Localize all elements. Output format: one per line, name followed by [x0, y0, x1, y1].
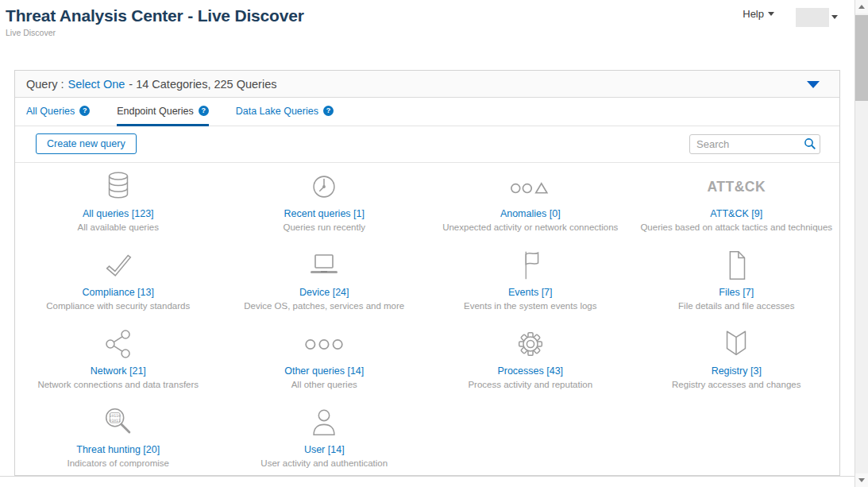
category-link[interactable]: Processes [43] [427, 365, 634, 377]
create-new-query-button[interactable]: Create new query [36, 133, 137, 154]
category-grid: All queries [123] All available queries … [15, 163, 839, 481]
query-panel: Query : Select One - 14 Categories, 225 … [14, 70, 840, 476]
category-description: Events in the system events logs [427, 301, 634, 311]
database-icon [15, 166, 222, 207]
tab-data-lake-queries[interactable]: Data Lake Queries ? [236, 98, 334, 126]
category-link[interactable]: Network [21] [15, 365, 222, 377]
category-description: All available queries [15, 222, 222, 232]
query-selector-header[interactable]: Query : Select One - 14 Categories, 225 … [15, 71, 839, 98]
category-link[interactable]: Registry [3] [634, 365, 840, 377]
tab-all-queries[interactable]: All Queries ? [26, 98, 90, 126]
category-description: File details and file accesses [634, 301, 840, 311]
tile-processes[interactable]: Processes [43] Process activity and repu… [427, 323, 634, 402]
user-icon [222, 402, 428, 443]
category-link[interactable]: Anomalies [0] [427, 208, 634, 219]
network-share-icon [15, 323, 222, 365]
clock-icon [222, 166, 428, 207]
category-description: Queries based on attack tactics and tech… [634, 222, 840, 232]
category-link[interactable]: ATT&CK [9] [634, 208, 840, 219]
category-description: Unexpected activity or network connectio… [427, 222, 634, 232]
breadcrumb: Live Discover [6, 28, 304, 37]
scroll-up-button[interactable] [855, 0, 868, 14]
tab-bar: All Queries ? Endpoint Queries ? Data La… [15, 98, 839, 126]
category-link[interactable]: Compliance [13] [15, 287, 222, 298]
search-icon[interactable] [804, 137, 816, 150]
help-icon[interactable]: ? [323, 106, 334, 116]
category-description: Network connections and data transfers [15, 380, 222, 389]
laptop-icon [222, 245, 428, 286]
category-description: Registry accesses and changes [634, 380, 840, 389]
tile-attack[interactable]: ATT&CK ATT&CK [9] Queries based on attac… [634, 166, 840, 245]
tab-endpoint-queries[interactable]: Endpoint Queries ? [117, 98, 209, 126]
category-description: All other queries [222, 380, 428, 389]
tile-device[interactable]: Device [24] Device OS, patches, services… [222, 245, 428, 323]
tab-label: All Queries [26, 106, 75, 117]
query-label: Query : [26, 78, 64, 91]
three-circles-icon [222, 323, 428, 365]
help-icon[interactable]: ? [199, 106, 209, 116]
scroll-down-icon [858, 478, 865, 482]
tile-anomalies[interactable]: Anomalies [0] Unexpected activity or net… [427, 166, 634, 245]
scroll-up-icon [858, 5, 865, 9]
tile-registry[interactable]: Registry [3] Registry accesses and chang… [634, 323, 840, 402]
tile-all-queries[interactable]: All queries [123] All available queries [15, 166, 222, 245]
file-icon [634, 245, 840, 286]
help-label[interactable]: Help [743, 8, 764, 20]
tile-files[interactable]: Files [7] File details and file accesses [634, 245, 840, 323]
anomalies-shapes-icon [427, 166, 634, 207]
vertical-scrollbar[interactable] [854, 0, 868, 487]
category-link[interactable]: Other queries [14] [222, 365, 428, 377]
category-description: Process activity and reputation [427, 380, 634, 389]
attack-logo: ATT&CK [634, 166, 840, 207]
category-link[interactable]: Device [24] [222, 287, 428, 298]
avatar[interactable] [796, 8, 829, 27]
toolbar: Create new query [15, 126, 839, 163]
category-description: Queries run recently [222, 222, 428, 232]
magnifier-binary-icon: 10110 01011 [15, 402, 222, 443]
tile-network[interactable]: Network [21] Network connections and dat… [15, 323, 222, 402]
binary-line-1: 10110 [109, 414, 120, 418]
attack-logo-text: ATT&CK [707, 179, 766, 195]
tile-events[interactable]: Events [7] Events in the system events l… [427, 245, 634, 323]
binary-line-2: 01011 [109, 419, 120, 423]
category-link[interactable]: Recent queries [1] [222, 208, 428, 219]
tile-compliance[interactable]: Compliance [13] Compliance with security… [15, 245, 222, 323]
category-description: User activity and authentication [222, 458, 428, 468]
search-box [689, 134, 820, 154]
category-description: Device OS, patches, services and more [222, 301, 428, 311]
category-link[interactable]: Files [7] [634, 287, 840, 298]
scrollbar-thumb[interactable] [855, 15, 868, 101]
category-link[interactable]: All queries [123] [15, 208, 222, 219]
tile-recent-queries[interactable]: Recent queries [1] Queries run recently [222, 166, 428, 245]
page-title: Threat Analysis Center - Live Discover [6, 6, 304, 25]
tile-threat-hunting[interactable]: 10110 01011 Threat hunting [20] Indicato… [15, 402, 222, 481]
query-select-one-link[interactable]: Select One [68, 78, 125, 91]
tab-label: Data Lake Queries [236, 106, 318, 117]
open-book-icon [634, 323, 840, 365]
category-link[interactable]: User [14] [222, 444, 428, 455]
tile-user[interactable]: User [14] User activity and authenticati… [222, 402, 428, 481]
category-description: Indicators of compromise [15, 458, 222, 468]
user-menu-chevron-icon[interactable] [831, 15, 838, 19]
query-summary: - 14 Categories, 225 Queries [129, 78, 276, 91]
chevron-down-icon [768, 12, 774, 16]
category-link[interactable]: Events [7] [427, 287, 634, 298]
search-input[interactable] [689, 134, 820, 154]
checkmark-icon [15, 245, 222, 286]
flag-icon [427, 245, 634, 286]
help-icon[interactable]: ? [79, 106, 90, 116]
category-link[interactable]: Threat hunting [20] [15, 444, 222, 455]
tile-other-queries[interactable]: Other queries [14] All other queries [222, 323, 428, 402]
tab-label: Endpoint Queries [117, 106, 194, 117]
category-description: Compliance with security standards [15, 301, 222, 311]
page-header: Threat Analysis Center - Live Discover L… [6, 6, 304, 37]
scroll-down-button[interactable] [855, 473, 868, 487]
help-menu[interactable]: Help [743, 8, 774, 20]
collapse-chevron-icon[interactable] [807, 81, 820, 88]
gear-icon [427, 323, 634, 365]
